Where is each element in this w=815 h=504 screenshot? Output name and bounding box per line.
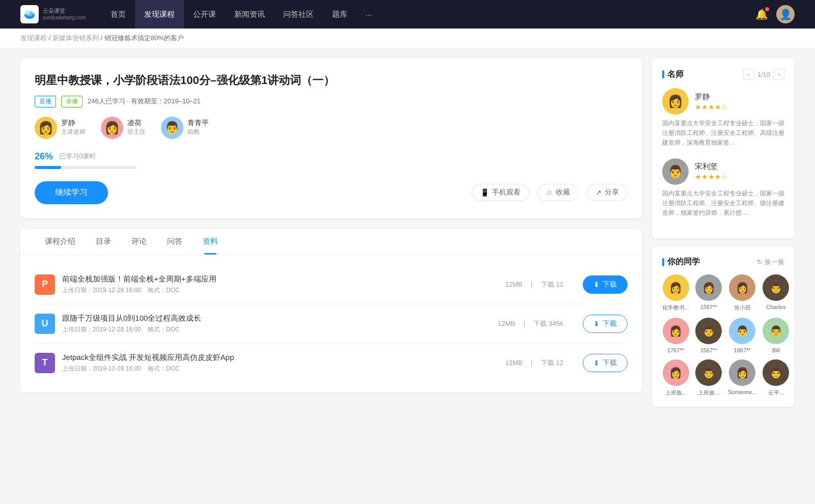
continue-button[interactable]: 继续学习 (35, 181, 108, 204)
resource-stats-2: 12MB ｜ 下载 3456 (496, 319, 565, 328)
tab-content: P 前端全栈加强版！前端全栈+全周期+多端应用 上传日期：2019-12-28 … (20, 255, 642, 393)
download-btn-3[interactable]: ⬇ 下载 (583, 354, 628, 372)
resource-icon-2: U (35, 314, 55, 334)
action-buttons: 📱 手机观看 ☆ 收藏 ↗ 分享 (472, 184, 628, 201)
sidebar-teacher-1-stars: ★★★★☆ (695, 103, 728, 111)
download-label-2: 下载 (603, 319, 617, 328)
classmate-12-name: 云平... (768, 389, 784, 397)
teacher-3-role: 助教 (187, 128, 209, 136)
resource-item-3: T Jetpack全组件实战 开发短视频应用高仿皮皮虾App 上传日期：2019… (35, 344, 628, 382)
classmate-5-avatar: 👩 (663, 318, 689, 344)
tab-review[interactable]: 评论 (121, 229, 157, 255)
logo[interactable]: 云朵课堂yunduoketang.com (20, 5, 86, 23)
progress-label: 26% 已学习0课时 (35, 151, 628, 162)
tab-resource[interactable]: 资料 (193, 229, 228, 255)
classmate-1-name: 化学教书... (662, 304, 689, 312)
resource-meta-3: 上传日期：2019-12-28 16:00 格式：DOC (62, 365, 486, 373)
mobile-watch-button[interactable]: 📱 手机观看 (472, 184, 529, 201)
sidebar-teacher-2: 👨 宋利坚 ★★★★☆ 国内某重点大学安全工程专业硕士，国家一级注册消防工程师、… (662, 158, 784, 218)
classmate-3[interactable]: 👩 张小田 (728, 274, 756, 312)
bell-dot (765, 7, 769, 11)
resource-name-3: Jetpack全组件实战 开发短视频应用高仿皮皮虾App (62, 353, 486, 362)
resource-icon-3: T (35, 353, 55, 373)
upload-date-1: 上传日期：2019-12-28 16:00 (62, 287, 141, 294)
progress-pct: 26% (35, 151, 53, 162)
tag-record: 录播 (61, 96, 83, 107)
sep-3: ｜ (528, 359, 537, 367)
prev-teacher-btn[interactable]: ‹ (743, 69, 754, 80)
classmate-8[interactable]: 👨 Bill (763, 318, 789, 353)
nav-discover[interactable]: 发现课程 (135, 0, 184, 29)
bell-icon[interactable]: 🔔 (755, 8, 768, 20)
teachers-pagination: ‹ 1/10 › (743, 69, 784, 80)
classmate-2[interactable]: 👩 1567** (695, 274, 722, 312)
logo-text: 云朵课堂yunduoketang.com (43, 8, 86, 21)
tab-catalog[interactable]: 目录 (86, 229, 121, 255)
classmate-12-avatar: 👨 (763, 359, 789, 386)
logo-icon (20, 5, 39, 23)
teacher-1-name: 罗静 (61, 119, 86, 128)
teacher-1-role: 主讲老师 (61, 128, 86, 136)
classmate-7-avatar: 👨 (729, 318, 755, 344)
tab-intro[interactable]: 课程介绍 (35, 229, 86, 255)
classmate-10[interactable]: 👨 上班族... (695, 359, 722, 397)
download-icon-3: ⬇ (593, 359, 600, 367)
classmate-5[interactable]: 👩 1767** (662, 318, 689, 353)
teacher-2: 👩 凌荷 班主任 (101, 117, 146, 139)
teacher-2-role: 班主任 (127, 128, 146, 136)
resource-icon-1: P (35, 274, 55, 295)
progress-bar-fill (35, 166, 61, 169)
favorite-button[interactable]: ☆ 收藏 (537, 184, 579, 201)
download-btn-2[interactable]: ⬇ 下载 (583, 315, 628, 333)
nav-news[interactable]: 新闻资讯 (225, 0, 274, 29)
breadcrumb-link-1[interactable]: 发现课程 (20, 34, 47, 42)
download-icon-1: ⬇ (593, 281, 600, 289)
refresh-button[interactable]: ↻ 换一换 (757, 258, 784, 267)
sidebar-teacher-2-header: 👨 宋利坚 ★★★★☆ (662, 158, 784, 185)
sidebar-teacher-1-avatar: 👩 (662, 88, 689, 115)
classmate-11[interactable]: 👩 Someone... (728, 359, 756, 397)
classmate-9[interactable]: 👩 上班族... (662, 359, 689, 397)
classmate-1[interactable]: 👩 化学教书... (662, 274, 689, 312)
classmate-8-avatar: 👨 (763, 318, 789, 344)
sidebar-teacher-2-info: 宋利坚 ★★★★☆ (695, 162, 728, 181)
breadcrumb-link-2[interactable]: 新媒体营销系列 (52, 34, 99, 42)
nav-more[interactable]: ··· (357, 0, 382, 29)
breadcrumb-sep-1: / (49, 34, 52, 42)
tab-qa[interactable]: 问答 (157, 229, 193, 255)
download-btn-1[interactable]: ⬇ 下载 (583, 275, 628, 294)
breadcrumb: 发现课程 / 新媒体营销系列 / 销冠修炼术搞定80%的客户 (0, 29, 815, 48)
nav-open[interactable]: 公开课 (184, 0, 225, 29)
classmate-12[interactable]: 👨 云平... (763, 359, 789, 397)
sidebar-teacher-1-desc: 国内某重点大学安全工程专业硕士，国家一级注册消防工程师、注册安全工程师、高级注册… (662, 119, 784, 148)
classmates-header: 你的同学 ↻ 换一换 (662, 257, 784, 267)
teacher-3-avatar: 👨 (161, 117, 183, 139)
progress-bar-bg (35, 166, 137, 169)
downloads-1: 下载 12 (541, 281, 563, 288)
resource-info-3: Jetpack全组件实战 开发短视频应用高仿皮皮虾App 上传日期：2019-1… (62, 353, 486, 373)
classmate-7[interactable]: 👨 1867** (728, 318, 756, 353)
refresh-label: 换一换 (765, 258, 784, 267)
mobile-icon: 📱 (480, 188, 489, 197)
resource-meta-1: 上传日期：2019-12-28 16:00 格式：DOC (62, 286, 486, 295)
classmate-4[interactable]: 👨 Charles (763, 274, 789, 312)
mobile-label: 手机观看 (492, 188, 521, 197)
sidebar-teacher-2-face: 👨 (668, 165, 683, 178)
share-button[interactable]: ↗ 分享 (587, 184, 628, 201)
classmate-6[interactable]: 👨 1567** (695, 318, 722, 353)
resource-meta-2: 上传日期：2019-12-28 16:00 格式：DOC (62, 325, 478, 334)
classmate-4-avatar: 👨 (763, 274, 789, 301)
nav-home[interactable]: 首页 (101, 0, 135, 29)
user-avatar[interactable]: 👤 (776, 5, 795, 23)
teachers-card: 名师 ‹ 1/10 › 👩 罗静 ★★★★☆ (652, 59, 795, 238)
classmate-2-avatar: 👩 (695, 274, 722, 301)
classmate-8-name: Bill (772, 347, 780, 353)
nav-qa[interactable]: 问答社区 (274, 0, 323, 29)
teacher-1: 👩 罗静 主讲老师 (35, 117, 86, 139)
teacher-3-info: 青青平 助教 (187, 119, 209, 136)
main-layout: 明星中教授课，小学阶段语法100分–强化级第1讲动词（一） 直播 录播 246人… (0, 48, 815, 425)
resource-item-2: U 跟随千万级项目从0到100全过程高效成长 上传日期：2019-12-28 1… (35, 304, 628, 344)
next-teacher-btn[interactable]: › (773, 69, 784, 80)
nav-quiz[interactable]: 题库 (323, 0, 357, 29)
classmate-11-name: Someone... (728, 389, 756, 395)
